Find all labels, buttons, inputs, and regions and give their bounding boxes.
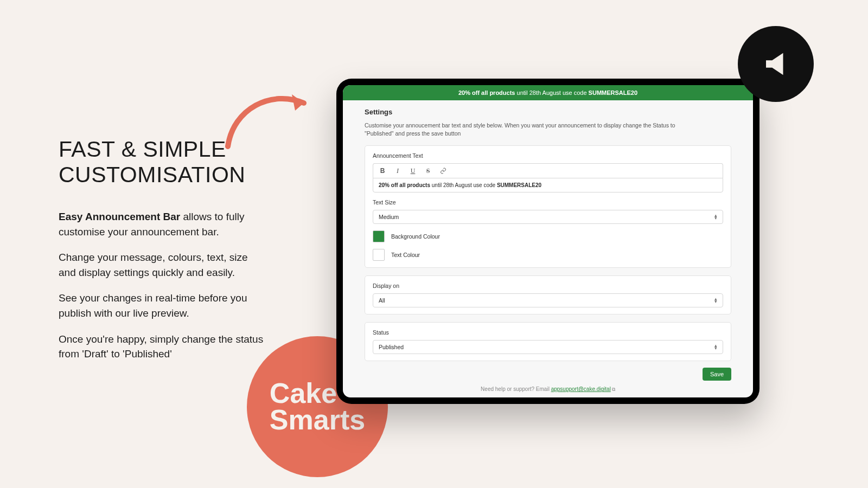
marketing-paragraph-4: Once you're happy, simply change the sta… [59, 332, 265, 362]
background-colour-row[interactable]: Background Colour [373, 230, 723, 242]
megaphone-icon [738, 26, 814, 102]
announcement-mid: until 28th August use code [515, 89, 588, 96]
status-value: Published [379, 344, 404, 350]
external-link-icon: ⧉ [612, 387, 615, 392]
editor-toolbar: B I U S [373, 163, 723, 178]
tablet-frame: 20% off all products until 28th August u… [336, 79, 760, 404]
card-display: Display on All ▴▾ [365, 275, 731, 314]
status-select[interactable]: Published ▴▾ [373, 340, 723, 354]
display-on-value: All [379, 297, 385, 304]
marketing-paragraph-2: Change your message, colours, text, size… [59, 250, 265, 280]
background-colour-label: Background Colour [391, 233, 440, 240]
bold-button[interactable]: B [379, 167, 386, 175]
chevron-updown-icon: ▴▾ [714, 214, 717, 220]
settings-title: Settings [365, 108, 731, 116]
arrow-icon [222, 87, 320, 152]
save-button[interactable]: Save [703, 368, 731, 381]
text-colour-label: Text Colour [391, 252, 420, 258]
card-announcement: Announcement Text B I U S 20% off all pr… [365, 145, 731, 268]
underline-button[interactable]: U [409, 167, 417, 175]
settings-description: Customise your annoucement bar text and … [365, 121, 701, 138]
support-prefix: Need help or support? Email [481, 386, 551, 392]
editor-bold: 20% off all products [379, 182, 430, 188]
announcement-text-label: Announcement Text [373, 152, 723, 159]
marketing-paragraph-3: See your changes in real-time before you… [59, 291, 265, 320]
support-text: Need help or support? Email appsupport@c… [365, 386, 731, 393]
para1-strong: Easy Announcement Bar [59, 211, 180, 222]
brand-line-2: Smarts [270, 407, 365, 433]
card-status: Status Published ▴▾ [365, 322, 731, 361]
announcement-text-input[interactable]: 20% off all products until 28th August u… [373, 178, 723, 192]
svg-marker-1 [766, 53, 783, 75]
text-size-select[interactable]: Medium ▴▾ [373, 210, 723, 224]
display-on-label: Display on [373, 282, 723, 289]
headline-line-1: FAST & SIMPLE [59, 137, 226, 162]
background-colour-swatch[interactable] [373, 230, 385, 242]
announcement-bold: 20% off all products [458, 89, 515, 96]
display-on-select[interactable]: All ▴▾ [373, 293, 723, 307]
chevron-updown-icon: ▴▾ [714, 298, 717, 304]
editor-mid: until 28th August use code [430, 182, 497, 188]
text-size-label: Text Size [373, 199, 723, 206]
marketing-paragraph-1: Easy Announcement Bar allows to fully cu… [59, 209, 265, 239]
italic-button[interactable]: I [394, 167, 401, 175]
app-screen: 20% off all products until 28th August u… [343, 85, 753, 397]
strikethrough-button[interactable]: S [424, 167, 432, 175]
headline-line-2: CUSTOMISATION [59, 162, 245, 187]
text-colour-row[interactable]: Text Colour [373, 249, 723, 261]
link-button[interactable] [439, 167, 447, 175]
chevron-updown-icon: ▴▾ [714, 344, 717, 350]
editor-code: SUMMERSALE20 [497, 182, 541, 188]
announcement-code: SUMMERSALE20 [589, 89, 637, 96]
svg-marker-0 [292, 94, 304, 111]
announcement-bar-preview: 20% off all products until 28th August u… [343, 85, 753, 100]
support-email-link[interactable]: appsupport@cake.digital [551, 386, 611, 392]
status-label: Status [373, 329, 723, 336]
text-colour-swatch[interactable] [373, 249, 385, 261]
text-size-value: Medium [379, 214, 399, 220]
